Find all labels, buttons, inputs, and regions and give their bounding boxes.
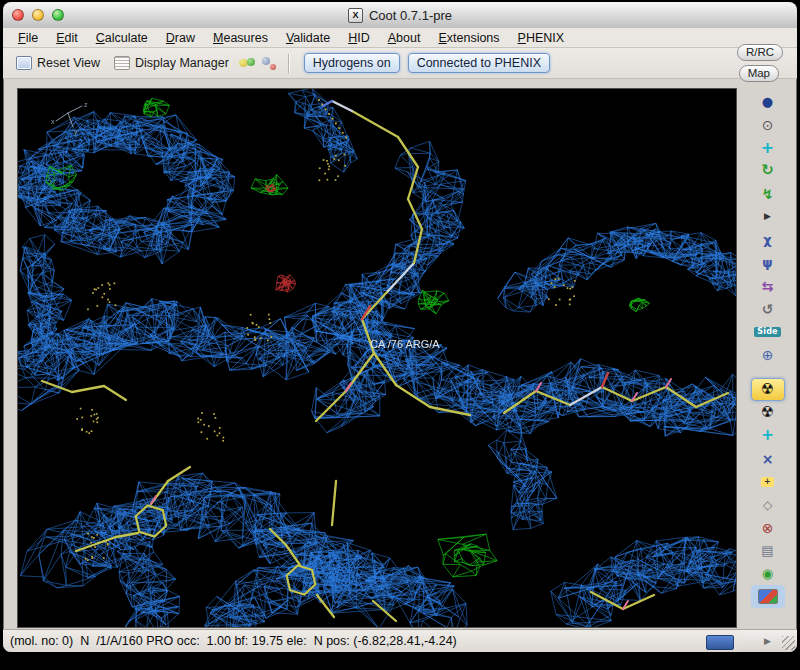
- menu-hid[interactable]: HID: [339, 30, 379, 46]
- resize-grip[interactable]: [782, 636, 795, 650]
- toolbar-separator: [288, 54, 290, 73]
- go-to-atom-icon[interactable]: [260, 54, 278, 72]
- statusbar: (mol. no: 0) N /1/A/160 PRO occ: 1.00 bf…: [3, 629, 738, 652]
- image-icon[interactable]: [751, 585, 785, 608]
- scroll-right-icon[interactable]: ▶: [764, 636, 771, 646]
- reset-view-icon: [16, 56, 32, 70]
- display-manager-icon: [114, 56, 130, 70]
- rotate-translate-icon[interactable]: ↺: [751, 297, 785, 320]
- regularize-icon[interactable]: ☢: [751, 401, 785, 424]
- menu-draw[interactable]: Draw: [157, 30, 204, 46]
- cylinder-icon[interactable]: ▤: [751, 539, 785, 562]
- translate-icon[interactable]: +: [751, 136, 785, 159]
- menu-edit[interactable]: Edit: [47, 30, 87, 46]
- reset-view-label: Reset View: [37, 56, 100, 70]
- terminal-residue-icon[interactable]: ⊕: [751, 343, 785, 366]
- menu-validate[interactable]: Validate: [277, 30, 339, 46]
- close-button[interactable]: [12, 9, 24, 21]
- menu-extensions[interactable]: Extensions: [429, 30, 508, 46]
- minimize-button[interactable]: [32, 9, 44, 21]
- window-title: Coot 0.7.1-pre: [369, 8, 452, 23]
- rigid-body-icon[interactable]: +: [751, 424, 785, 447]
- gl-canvas-area: CA /76 ARG/A: [17, 88, 737, 628]
- pointer-atom-icon[interactable]: ◇: [751, 493, 785, 516]
- phenix-connection-button[interactable]: Connected to PHENIX: [408, 53, 550, 73]
- rrc-button[interactable]: R/RC: [737, 44, 783, 61]
- hydrogens-toggle-button[interactable]: Hydrogens on: [304, 53, 400, 73]
- menu-about[interactable]: About: [379, 30, 430, 46]
- clock-icon[interactable]: ⊙: [751, 113, 785, 136]
- menu-phenix[interactable]: PHENIX: [509, 30, 574, 46]
- sphere-icon[interactable]: ●: [751, 90, 785, 113]
- zoom-button[interactable]: [52, 9, 64, 21]
- blob-icon[interactable]: ◉: [751, 562, 785, 585]
- menu-calculate[interactable]: Calculate: [87, 30, 157, 46]
- display-manager-label: Display Manager: [135, 56, 229, 70]
- torsion-icon[interactable]: ↯: [751, 182, 785, 205]
- chi-angles-icon[interactable]: ψ: [751, 251, 785, 274]
- go-to-ligand-icon[interactable]: [238, 54, 256, 72]
- map-button[interactable]: Map: [739, 65, 779, 82]
- real-space-refine-icon[interactable]: ☢: [751, 378, 785, 401]
- reset-view-button[interactable]: Reset View: [11, 54, 105, 72]
- mutate-icon[interactable]: ×: [751, 447, 785, 470]
- x11-icon: X: [348, 8, 363, 23]
- progress-box: [706, 635, 734, 650]
- add-atom-icon[interactable]: +: [751, 470, 785, 493]
- delete-icon[interactable]: ⊗: [751, 516, 785, 539]
- menu-file[interactable]: File: [9, 30, 47, 46]
- right-icon-column: ●⊙+↻↯▶χψ⇆↺Side⊕☢☢+×+◇⊗▤◉: [738, 86, 797, 629]
- expand-arrow-icon[interactable]: ▶: [751, 205, 785, 228]
- status-text: (mol. no: 0) N /1/A/160 PRO occ: 1.00 bf…: [10, 634, 457, 648]
- titlebar[interactable]: X Coot 0.7.1-pre: [3, 2, 797, 29]
- rotamer-icon[interactable]: χ: [751, 228, 785, 251]
- flip-icon[interactable]: ⇆: [751, 274, 785, 297]
- coot-window: X Coot 0.7.1-pre FileEditCalculateDrawMe…: [3, 2, 797, 652]
- sidechain-180-icon[interactable]: Side: [751, 320, 785, 343]
- menu-measures[interactable]: Measures: [204, 30, 277, 46]
- gl-canvas[interactable]: [18, 89, 736, 627]
- menubar: FileEditCalculateDrawMeasuresValidateHID…: [3, 28, 797, 48]
- rotate-icon[interactable]: ↻: [751, 159, 785, 182]
- display-manager-button[interactable]: Display Manager: [109, 54, 234, 72]
- main-toolbar: Reset View Display Manager Hydrogens on …: [3, 48, 797, 79]
